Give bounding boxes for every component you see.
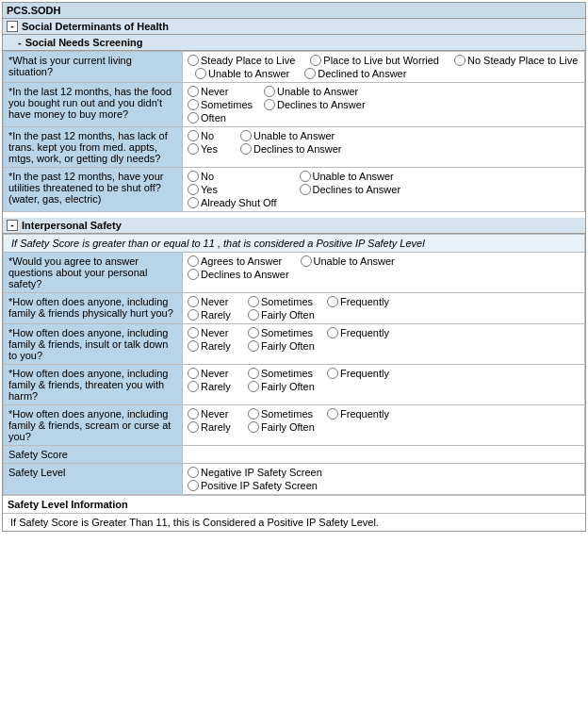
- table-row: *How often does anyone, including family…: [4, 405, 585, 446]
- safety-score-value: [183, 446, 585, 464]
- q9-opt2[interactable]: Rarely: [188, 421, 244, 433]
- q8-opt4[interactable]: Fairly Often: [248, 381, 323, 392]
- q9-label: *How often does anyone, including family…: [4, 405, 183, 446]
- q7-options: Never Rarely Sometimes: [183, 324, 585, 365]
- safety-level-opt1[interactable]: Negative IP Safety Screen: [188, 467, 580, 478]
- safety-level-row: Safety Level Negative IP Safety Screen P…: [4, 464, 585, 495]
- q3-options: No Yes Unable to Answer: [183, 127, 585, 168]
- q7-opt2[interactable]: Rarely: [188, 340, 244, 352]
- table-row: *How often does anyone, including family…: [4, 324, 585, 365]
- safety-score-row: Safety Score: [4, 446, 585, 464]
- section2-header: - Interpersonal Safety: [3, 218, 585, 234]
- safety-level-info-text: If Safety Score is Greater Than 11, this…: [3, 513, 585, 531]
- q4-opt4[interactable]: Unable to Answer: [300, 171, 401, 182]
- q9-opt4[interactable]: Fairly Often: [248, 421, 323, 433]
- q4-opt3[interactable]: Already Shut Off: [188, 197, 277, 208]
- q6-opt1[interactable]: Never: [188, 296, 244, 307]
- q1-opt5[interactable]: Declined to Answer: [304, 68, 406, 79]
- q5-opt3[interactable]: Unable to Answer: [301, 255, 395, 267]
- q5-opt2[interactable]: Declines to Answer: [188, 269, 289, 280]
- safety-level-label: Safety Level: [4, 464, 183, 495]
- table-row: *In the past 12 months, have your utilit…: [4, 168, 585, 212]
- q8-opt2[interactable]: Rarely: [188, 381, 244, 392]
- q7-opt4[interactable]: Fairly Often: [248, 340, 323, 352]
- subsection1-toggle[interactable]: -: [18, 37, 22, 48]
- q2-opt3[interactable]: Often: [188, 112, 253, 123]
- pcs-sodh-container: PCS.SODH - Social Determinants of Health…: [2, 2, 586, 532]
- q9-options: Never Rarely Sometimes: [183, 405, 585, 446]
- subsection1-header: - Social Needs Screening: [3, 35, 585, 51]
- table-row: *What is your current living situation? …: [4, 52, 585, 83]
- q3-opt3[interactable]: Unable to Answer: [240, 130, 342, 141]
- table-row: *Would you agree to answer questions abo…: [4, 253, 585, 293]
- q7-opt3[interactable]: Sometimes: [248, 327, 323, 338]
- ip-info-table: If Safety Score is greater than or equal…: [3, 234, 585, 495]
- q9-opt3[interactable]: Sometimes: [248, 408, 323, 420]
- q1-options: Steady Place to Live Place to Live but W…: [183, 52, 585, 83]
- q5-opt1[interactable]: Agrees to Answer: [188, 255, 289, 267]
- q4-opt5[interactable]: Declines to Answer: [300, 184, 401, 195]
- q4-options: No Yes Already Shut Off: [183, 168, 585, 212]
- q2-label: *In the last 12 months, has the food you…: [4, 83, 183, 127]
- q4-opt2[interactable]: Yes: [188, 184, 277, 195]
- section1-toggle[interactable]: -: [7, 21, 18, 32]
- q6-options: Never Rarely Sometimes: [183, 293, 585, 324]
- section2-label: Interpersonal Safety: [22, 220, 122, 231]
- q8-label: *How often does anyone, including family…: [4, 365, 183, 405]
- safety-level-options: Negative IP Safety Screen Positive IP Sa…: [183, 464, 585, 495]
- section1-header: - Social Determinants of Health: [3, 19, 585, 35]
- q2-opt5[interactable]: Declines to Answer: [264, 99, 366, 110]
- q8-opt3[interactable]: Sometimes: [248, 368, 323, 379]
- table-row: *In the last 12 months, has the food you…: [4, 83, 585, 127]
- table-row: *How often does anyone, including family…: [4, 293, 585, 324]
- q3-opt4[interactable]: Declines to Answer: [240, 143, 342, 155]
- q6-opt4[interactable]: Fairly Often: [248, 309, 323, 321]
- q6-opt5[interactable]: Frequently: [327, 296, 389, 307]
- q1-radio-group: Steady Place to Live Place to Live but W…: [188, 55, 580, 79]
- q2-options: Never Sometimes Often: [183, 83, 585, 127]
- q7-opt5[interactable]: Frequently: [327, 327, 389, 338]
- section2-toggle[interactable]: -: [7, 220, 18, 231]
- social-needs-table: *What is your current living situation? …: [3, 51, 585, 212]
- ip-info-text: If Safety Score is greater than or equal…: [4, 235, 585, 253]
- pcs-title: PCS.SODH: [7, 5, 60, 16]
- safety-level-info-container: Safety Level Information: [3, 495, 585, 513]
- section1-label: Social Determinants of Health: [22, 21, 169, 32]
- safety-level-opt2[interactable]: Positive IP Safety Screen: [188, 480, 580, 491]
- q1-opt2[interactable]: Place to Live but Worried: [310, 55, 439, 66]
- q8-opt5[interactable]: Frequently: [327, 368, 389, 379]
- q6-opt2[interactable]: Rarely: [188, 309, 244, 321]
- q2-opt1[interactable]: Never: [188, 86, 253, 97]
- table-row: *In the past 12 months, has lack of tran…: [4, 127, 585, 168]
- safety-score-label: Safety Score: [4, 446, 183, 464]
- q2-opt4[interactable]: Unable to Answer: [264, 86, 366, 97]
- q8-opt1[interactable]: Never: [188, 368, 244, 379]
- q6-label: *How often does anyone, including family…: [4, 293, 183, 324]
- q9-opt5[interactable]: Frequently: [327, 408, 389, 420]
- q5-options: Agrees to Answer Declines to Answer Unab…: [183, 253, 585, 293]
- table-row: *How often does anyone, including family…: [4, 365, 585, 405]
- q3-opt1[interactable]: No: [188, 130, 218, 141]
- q1-label: *What is your current living situation?: [4, 52, 183, 83]
- q3-opt2[interactable]: Yes: [188, 143, 218, 155]
- q1-opt1[interactable]: Steady Place to Live: [188, 55, 295, 66]
- pcs-header: PCS.SODH: [3, 3, 585, 19]
- q4-label: *In the past 12 months, have your utilit…: [4, 168, 183, 212]
- q5-label: *Would you agree to answer questions abo…: [4, 253, 183, 293]
- q7-label: *How often does anyone, including family…: [4, 324, 183, 365]
- ip-info-row: If Safety Score is greater than or equal…: [4, 235, 585, 253]
- q2-opt2[interactable]: Sometimes: [188, 99, 253, 110]
- subsection1-label: Social Needs Screening: [25, 37, 143, 48]
- q3-label: *In the past 12 months, has lack of tran…: [4, 127, 183, 168]
- q1-opt4[interactable]: Unable to Answer: [195, 68, 289, 79]
- q6-opt3[interactable]: Sometimes: [248, 296, 323, 307]
- q9-opt1[interactable]: Never: [188, 408, 244, 420]
- safety-level-info-label: Safety Level Information: [8, 499, 128, 510]
- q4-opt1[interactable]: No: [188, 171, 277, 182]
- q1-opt3[interactable]: No Steady Place to Live: [454, 55, 578, 66]
- q8-options: Never Rarely Sometimes: [183, 365, 585, 405]
- q7-opt1[interactable]: Never: [188, 327, 244, 338]
